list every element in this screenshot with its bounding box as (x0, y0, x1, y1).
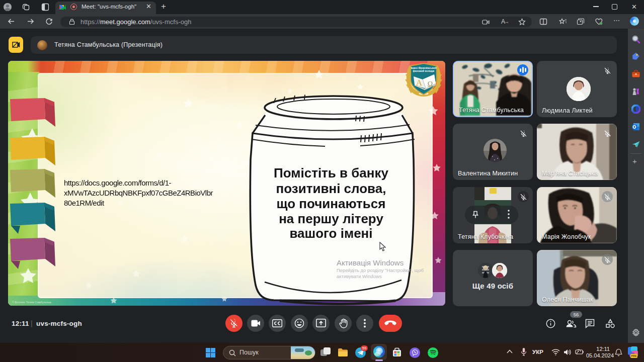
svg-text:позитивні слова,: позитивні слова, (276, 181, 386, 196)
svg-text:А: А (416, 78, 423, 87)
svg-text:що починаються: що починаються (277, 196, 386, 211)
svg-text:фаховий коледж: фаховий коледж (413, 69, 434, 72)
svg-text:Помістіть в банку: Помістіть в банку (274, 165, 388, 180)
svg-text:на першу літеру: на першу літеру (279, 211, 383, 226)
svg-text:Ω: Ω (428, 80, 433, 88)
svg-text:вашого імені: вашого імені (289, 226, 372, 241)
